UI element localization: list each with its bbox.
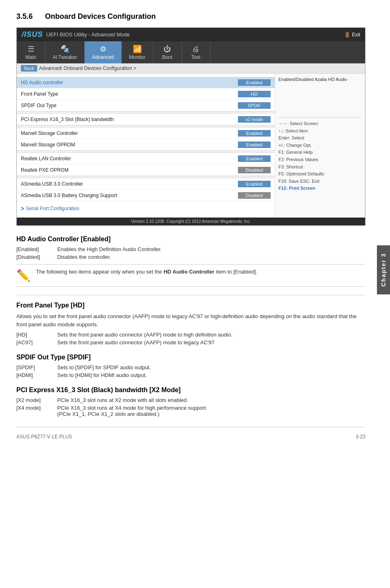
nav-monitor[interactable]: 📶 Monitor (122, 41, 153, 63)
front-panel-hd-row: [HD] Sets the front panel audio connecto… (16, 332, 365, 338)
nav-tool[interactable]: 🖨 Tool (182, 41, 211, 63)
doc-section-front-panel: Front Panel Type [HD] Allows you to set … (16, 302, 365, 346)
nav-ai-tweaker-label: Ai Tweaker (53, 54, 77, 60)
note-icon: ✏️ (16, 269, 31, 282)
pci-value[interactable]: x2 mode (238, 116, 271, 123)
front-panel-ac97-val: Sets the front panel audio connector (AA… (57, 339, 365, 346)
bios-row-pci[interactable]: PCI Express X16_3 Slot (Black) bandwidth… (17, 114, 275, 125)
front-panel-intro: Allows you to set the front panel audio … (16, 312, 365, 328)
bios-footer-text: Version 2.10.1208. Copyright (C) 2012 Am… (131, 219, 251, 224)
back-button[interactable]: Back (21, 65, 37, 72)
serial-port-item[interactable]: > Serial Port Configuration (17, 203, 275, 214)
asmedia-charging-value[interactable]: Disabled (238, 192, 271, 199)
asmedia-usb-value[interactable]: Enabled (238, 181, 271, 187)
nav-tool-label: Tool (191, 54, 200, 60)
boot-icon: ⏻ (164, 45, 171, 54)
key-f5: F5: Optimized Defaults (278, 171, 362, 178)
pci-x2-key: [X2 mode] (16, 397, 57, 403)
bios-row-hd-audio[interactable]: HD Audio controller Enabled (17, 77, 275, 88)
spdif-value[interactable]: SPDIF (238, 102, 271, 109)
tool-icon: 🖨 (192, 45, 199, 54)
exit-icon: 🚪 (344, 32, 350, 38)
bios-footer: Version 2.10.1208. Copyright (C) 2012 Am… (17, 218, 365, 225)
bios-row-asmedia-charging[interactable]: ASmedia USB 3.0 Battery Charging Support… (17, 190, 275, 201)
marvell-storage-label: Marvell Storage Controller (21, 130, 238, 136)
nav-ai-tweaker[interactable]: 🔩 Ai Tweaker (45, 41, 85, 63)
chapter-label: Chapter 3 (380, 253, 387, 287)
pci-x4-key: [X4 mode] (16, 405, 57, 417)
nav-main-label: Main (25, 54, 36, 60)
hd-audio-enabled-key: [Enabled] (16, 246, 57, 252)
key-f10: F10: Save ESC: Exit (278, 178, 362, 185)
doc-section-spdif: SPDIF Out Type [SPDIF] [SPDIF] Sets to [… (16, 354, 365, 378)
page-number: 3-23 (356, 434, 365, 440)
bios-header-left: /ISUS UEFI BIOS Utility - Advanced Mode (22, 30, 130, 39)
front-panel-ac97-key: [AC97] (16, 339, 57, 346)
realtek-lan-label: Realtek LAN Controller (21, 156, 238, 162)
bios-content: HD Audio controller Enabled Front Panel … (17, 74, 365, 218)
product-name: ASUS P8Z77-V LE PLUS (16, 434, 72, 440)
bios-row-spdif[interactable]: SPDIF Out Type SPDIF (17, 100, 275, 111)
bios-row-realtek-lan[interactable]: Realtek LAN Controller Enabled (17, 153, 275, 164)
ai-tweaker-icon: 🔩 (61, 45, 69, 54)
front-panel-value[interactable]: HD (238, 91, 271, 97)
section-title: Onboard Devices Configuration (45, 12, 156, 20)
nav-boot[interactable]: ⏻ Boot (153, 41, 182, 63)
bios-row-marvell-oprom[interactable]: Marvell Storage OPROM Enabled (17, 139, 275, 150)
hd-audio-enabled-row: [Enabled] Enables the High Definition Au… (16, 246, 365, 252)
nav-advanced-label: Advanced (92, 54, 114, 60)
hd-audio-section-title: HD Audio Controller [Enabled] (16, 236, 365, 243)
bios-header: /ISUS UEFI BIOS Utility - Advanced Mode … (17, 28, 365, 41)
asmedia-usb-label: ASmedia USB 3.0 Controller (21, 181, 238, 187)
hd-audio-disabled-key: [Disabled] (16, 254, 57, 260)
bios-row-asmedia-usb[interactable]: ASmedia USB 3.0 Controller Enabled (17, 178, 275, 190)
realtek-lan-value[interactable]: Enabled (238, 155, 271, 162)
bios-exit-button[interactable]: 🚪 Exit (344, 32, 360, 38)
pci-x4-row: [X4 mode] PCIe X16_3 slot runs at X4 mod… (16, 405, 365, 417)
main-icon: ☰ (28, 45, 34, 54)
marvell-storage-value[interactable]: Enabled (238, 130, 271, 137)
hd-audio-value[interactable]: Enabled (238, 79, 271, 86)
pci-x2-row: [X2 mode] PCIe X16_3 slot runs at X2 mod… (16, 397, 365, 403)
section-number: 3.5.6 (16, 12, 33, 20)
bios-row-marvell-storage[interactable]: Marvell Storage Controller Enabled (17, 128, 275, 139)
hdmi-val: Sets to [HDMI] for HDMI audio output. (57, 372, 365, 378)
key-f12: F12: Print Screen (278, 185, 362, 192)
divider-hd-audio (16, 295, 365, 295)
doc-section-pci: PCI Express X16_3 Slot (Black) bandwidth… (16, 386, 365, 417)
key-enter: Enter: Select (278, 135, 362, 142)
pci-x4-val: PCIe X16_3 slot runs at X4 mode for high… (57, 405, 365, 417)
nav-monitor-label: Monitor (129, 54, 146, 60)
key-plusminus: +/-: Change Opt. (278, 142, 362, 149)
marvell-oprom-label: Marvell Storage OPROM (21, 142, 238, 148)
nav-main[interactable]: ☰ Main (17, 41, 45, 63)
note-text: The following two items appear only when… (36, 269, 257, 275)
bios-right-panel: Enabled/Disabled Azalia HD Audio →←: Sel… (275, 74, 365, 218)
hdmi-row: [HDMI] Sets to [HDMI] for HDMI audio out… (16, 372, 365, 378)
bios-header-title: UEFI BIOS Utility - Advanced Mode (46, 31, 130, 38)
serial-port-arrow-icon: > (21, 205, 24, 212)
front-panel-section-title: Front Panel Type [HD] (16, 302, 365, 309)
monitor-icon: 📶 (133, 45, 142, 54)
key-updown: ↑↓: Select Item (278, 128, 362, 135)
bios-key-help: →←: Select Screen ↑↓: Select Item Enter:… (278, 120, 362, 192)
spdif-key: [SPDIF] (16, 364, 57, 370)
nav-advanced[interactable]: ⚙ Advanced (85, 41, 121, 63)
bios-left-panel: HD Audio controller Enabled Front Panel … (17, 74, 275, 218)
breadcrumb-path: Advanced\ Onboard Devices Configuration … (39, 65, 136, 71)
pci-label: PCI Express X16_3 Slot (Black) bandwidth (21, 117, 238, 122)
doc-section-hd-audio: HD Audio Controller [Enabled] [Enabled] … (16, 236, 365, 287)
key-f2: F2: Previous Values (278, 156, 362, 164)
bios-nav: ☰ Main 🔩 Ai Tweaker ⚙ Advanced 📶 Monitor… (17, 41, 365, 63)
front-panel-hd-key: [HD] (16, 332, 57, 338)
hd-audio-disabled-row: [Disabled] Disables the controller. (16, 254, 365, 260)
bios-right-hint: Enabled/Disabled Azalia HD Audio (278, 77, 362, 118)
hd-audio-note: ✏️ The following two items appear only w… (16, 264, 365, 287)
spdif-val: Sets to [SPDIF] for SPDIF audio output. (57, 364, 365, 370)
hd-audio-enabled-val: Enables the High Definition Audio Contro… (57, 246, 365, 252)
front-panel-ac97-row: [AC97] Sets the front panel audio connec… (16, 339, 365, 346)
bios-row-realtek-pxe[interactable]: Realtek PXE OPROM Disabled ▼ (17, 164, 275, 176)
marvell-oprom-value[interactable]: Enabled (238, 141, 271, 148)
bios-row-front-panel[interactable]: Front Panel Type HD (17, 88, 275, 100)
asmedia-charging-label: ASmedia USB 3.0 Battery Charging Support (21, 193, 238, 198)
